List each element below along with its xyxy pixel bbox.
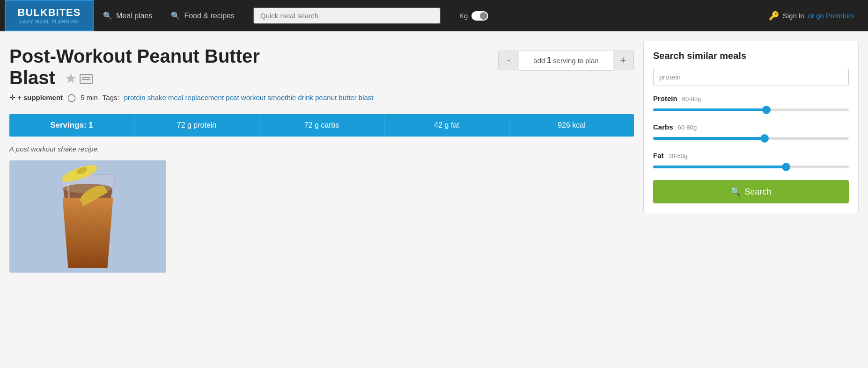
tag-blast[interactable]: blast — [359, 94, 374, 101]
slider-fill-carbs — [653, 137, 765, 140]
svg-marker-2 — [63, 188, 112, 252]
nav-food-recipes[interactable]: 🔍 Food & recipes — [162, 0, 244, 31]
serving-word: serving — [553, 57, 575, 65]
search-icon: 🔍 — [103, 11, 112, 20]
slider-thumb-protein[interactable] — [762, 106, 771, 114]
slider-fill-fat — [653, 166, 786, 168]
fat-range: 30-50g — [669, 152, 687, 159]
tag-meal-replacement[interactable]: meal replacement — [168, 94, 226, 101]
time-label: 5 min — [81, 94, 98, 101]
logo[interactable]: BULKBITES EASY MEAL PLANNING — [5, 0, 94, 31]
protein-label: Protein 60-80g — [653, 94, 849, 102]
slider-thumb-fat[interactable] — [782, 163, 790, 171]
tags-list: protein shake meal replacement post work… — [124, 94, 374, 101]
meal-description: A post workout shake recipe. — [9, 145, 634, 153]
fat-filter: Fat 30-50g — [653, 152, 849, 172]
protein-filter: Protein 60-80g — [653, 94, 849, 115]
tag-drink[interactable]: drink — [298, 94, 316, 101]
increase-serving-button[interactable]: + — [613, 50, 633, 71]
plus-icon: ✛ — [9, 94, 15, 102]
tags-label: Tags: — [103, 94, 119, 101]
carbs-filter: Carbs 60-80g — [653, 123, 849, 143]
search-similar-input[interactable] — [653, 68, 849, 86]
sidebar-title: Search similar meals — [653, 51, 849, 61]
tag-peanut-butter[interactable]: peanut butter — [315, 94, 359, 101]
logo-subtitle: EASY MEAL PLANNING — [19, 19, 79, 24]
servings-item: Servings: 1 — [9, 114, 134, 137]
toggle-switch[interactable] — [471, 11, 488, 21]
meal-image — [9, 160, 166, 273]
tag-smoothie[interactable]: smoothie — [268, 94, 298, 101]
search-magnifier-icon: 🔍 — [730, 187, 741, 197]
sign-in-link[interactable]: Sign in — [783, 12, 804, 20]
serving-controls: - add 1 serving to plan + — [498, 50, 634, 71]
search-button-label: Search — [744, 187, 771, 197]
carbs-slider[interactable] — [653, 134, 849, 143]
add-label: add — [533, 57, 545, 65]
quick-search-input[interactable] — [253, 7, 441, 24]
favorite-star-icon[interactable]: ★ — [65, 72, 76, 86]
slider-thumb-carbs[interactable] — [760, 134, 769, 143]
clock-icon: ◯ — [67, 93, 76, 102]
fat-slider[interactable] — [653, 162, 849, 172]
decrease-serving-button[interactable]: - — [499, 50, 519, 71]
quick-search-bar — [253, 7, 441, 24]
kcal-item: 926 kcal — [509, 114, 634, 137]
nav-food-recipes-label: Food & recipes — [184, 12, 235, 20]
protein-slider[interactable] — [653, 105, 849, 115]
title-icons: ★ — [65, 72, 93, 86]
carbs-label: Carbs 60-80g — [653, 123, 849, 131]
premium-link[interactable]: or go Premium — [808, 12, 854, 20]
recipe-card-icon[interactable] — [80, 74, 93, 84]
fat-label: Fat 30-50g — [653, 152, 849, 159]
protein-range: 60-80g — [682, 95, 701, 102]
page-title: Post-Workout Peanut Butter Blast ★ — [9, 45, 484, 88]
sign-in-area: 🔑 Sign in or go Premium — [769, 11, 854, 21]
content-area: Post-Workout Peanut Butter Blast ★ ✛ + s… — [9, 41, 643, 273]
tag-protein[interactable]: protein — [124, 94, 147, 101]
sidebar: Search similar meals Protein 60-80g Carb… — [643, 41, 859, 213]
unit-toggle[interactable]: Kg — [459, 11, 488, 21]
fat-item: 42 g fat — [384, 114, 509, 137]
slider-fill-protein — [653, 108, 766, 111]
supplement-label: ✛ + supplement — [9, 94, 63, 102]
carbs-range: 60-80g — [678, 124, 697, 131]
search-similar-button[interactable]: 🔍 Search — [653, 180, 849, 203]
key-icon: 🔑 — [769, 11, 779, 21]
to-plan-label: to plan — [578, 57, 599, 65]
tag-post-workout[interactable]: post workout — [226, 94, 267, 101]
logo-title: BULKBITES — [18, 7, 81, 18]
header: BULKBITES EASY MEAL PLANNING 🔍 Meal plan… — [0, 0, 868, 31]
meta-row: ✛ + supplement ◯ 5 min Tags: protein sha… — [9, 93, 484, 102]
main-container: Post-Workout Peanut Butter Blast ★ ✛ + s… — [0, 31, 868, 282]
nav-meal-plans[interactable]: 🔍 Meal plans — [94, 0, 162, 31]
nav-meal-plans-label: Meal plans — [116, 12, 152, 20]
tag-shake[interactable]: shake — [147, 94, 168, 101]
svg-point-3 — [63, 184, 112, 193]
carbs-item: 72 g carbs — [259, 114, 384, 137]
search-icon-2: 🔍 — [171, 11, 180, 20]
protein-item: 72 g protein — [134, 114, 259, 137]
unit-label: Kg — [459, 12, 468, 20]
serving-text: add 1 serving to plan — [519, 56, 613, 65]
smoothie-illustration — [9, 160, 166, 273]
nutrition-bar: Servings: 1 72 g protein 72 g carbs 42 g… — [9, 114, 634, 137]
serving-count: 1 — [547, 56, 551, 65]
